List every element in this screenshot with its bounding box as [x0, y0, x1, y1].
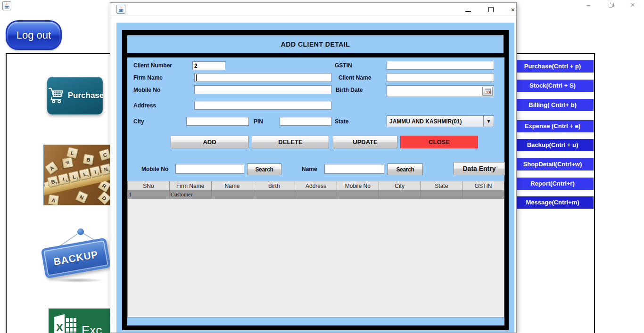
column-header[interactable]: City	[379, 181, 421, 191]
state-dropdown[interactable]: JAMMU AND KASHMIR(01) ▼	[387, 115, 494, 127]
logout-button[interactable]: Log out	[6, 20, 62, 50]
sidebar-item-backup[interactable]: Backup(Cntrl + u)	[512, 139, 594, 151]
search-name-label: Name	[302, 166, 317, 172]
client-number-label: Client Number	[133, 62, 172, 69]
add-client-detail-dialog: × ADD CLIENT DETAIL Client Number Firm N…	[110, 2, 517, 333]
pin-input[interactable]	[280, 117, 331, 126]
window-close-icon[interactable]: ×	[623, 0, 642, 10]
firm-name-label: Firm Name	[133, 74, 163, 81]
birth-date-input[interactable]	[387, 85, 494, 97]
search-mobile-input[interactable]	[175, 164, 244, 174]
calendar-picker-button[interactable]	[482, 87, 493, 96]
table-row-selected[interactable]: 1 Customer	[128, 191, 504, 199]
calendar-icon	[485, 89, 491, 94]
excel-export-image[interactable]: X Exc	[49, 309, 111, 333]
firm-name-input[interactable]	[194, 73, 331, 82]
screen: − × Log out Purchase A S L F B C R N D A	[0, 0, 644, 333]
city-label: City	[133, 118, 144, 125]
column-header[interactable]: State	[421, 181, 462, 191]
add-button[interactable]: ADD	[171, 136, 248, 148]
excel-icon: X	[49, 309, 81, 333]
column-header[interactable]: SNo	[128, 181, 170, 191]
pin-label: PIN	[254, 118, 263, 125]
backup-sign-label: BACKUP	[53, 249, 99, 268]
column-header[interactable]: Address	[295, 181, 337, 191]
client-name-input[interactable]	[387, 73, 494, 82]
sidebar-item-report[interactable]: Report(Cntrl+r)	[512, 178, 594, 190]
client-number-input[interactable]	[192, 61, 225, 70]
window-restore-icon[interactable]	[602, 0, 620, 10]
cell-name	[212, 191, 254, 199]
cell-sno: 1	[128, 191, 170, 199]
column-header[interactable]: Mobile No	[337, 181, 379, 191]
scrabble-tile: N	[75, 191, 89, 204]
excel-label: Exc	[82, 323, 102, 333]
sidebar-item-billing[interactable]: Billing( Cntrl+ b)	[512, 99, 594, 111]
cell-city	[379, 191, 421, 199]
backup-pin-icon	[77, 228, 84, 235]
svg-text:X: X	[56, 322, 63, 333]
cell-birth	[253, 191, 295, 199]
sidebar-item-shopdetail[interactable]: ShopDetail(Cntrl+w)	[512, 158, 594, 171]
search-name-input[interactable]	[324, 164, 384, 174]
scrabble-tile: L	[66, 147, 78, 159]
sidebar-item-purchase[interactable]: Purchase(Cntrl + p)	[512, 60, 594, 73]
dialog-maximize-icon[interactable]	[485, 5, 497, 14]
shopping-cart-icon	[46, 85, 66, 106]
search-mobile-label: Mobile No	[141, 166, 168, 172]
backup-sign-image[interactable]: BACKUP	[41, 225, 111, 288]
search-name-button[interactable]: Search	[388, 163, 423, 175]
table-header-row: SNo Firm Name Name Birth Address Mobile …	[128, 181, 504, 191]
window-minimize-icon[interactable]: −	[579, 0, 598, 10]
scrabble-tile: D	[98, 191, 111, 205]
column-header[interactable]: Birth	[253, 181, 295, 191]
birth-date-label: Birth Date	[336, 87, 363, 93]
purchase-image-label: Purchase	[68, 91, 104, 100]
dialog-title: ADD CLIENT DETAIL	[127, 35, 504, 53]
cell-state	[421, 191, 462, 199]
dialog-titlebar[interactable]: ×	[110, 3, 516, 16]
gstin-input[interactable]	[387, 61, 494, 70]
column-header[interactable]: Firm Name	[170, 181, 212, 191]
cell-gstin	[462, 191, 504, 199]
search-mobile-button[interactable]: Search	[247, 163, 281, 175]
purchase-image-button[interactable]: Purchase	[47, 77, 103, 114]
mobile-no-label: Mobile No	[133, 87, 160, 93]
cell-mobile	[337, 191, 379, 199]
gstin-label: GSTIN	[335, 62, 352, 69]
dialog-close-icon[interactable]: ×	[507, 5, 519, 14]
billing-scrabble-image[interactable]: A S L F B C R N D A B3 I1 L1 L1 I1 N1	[43, 145, 111, 205]
client-form-panel: Client Number Firm Name Mobile No Addres…	[127, 57, 504, 325]
cell-address	[295, 191, 337, 199]
dialog-minimize-icon[interactable]	[462, 5, 474, 14]
column-header[interactable]: GSTIN	[462, 181, 504, 191]
state-selected-value: JAMMU AND KASHMIR(01)	[387, 118, 483, 125]
close-button[interactable]: CLOSE	[400, 136, 478, 148]
delete-button[interactable]: DELETE	[252, 136, 329, 148]
update-button[interactable]: UPDATE	[333, 136, 397, 148]
text-caret	[196, 74, 197, 81]
data-entry-button[interactable]: Data Entry	[454, 162, 505, 175]
clients-table[interactable]: SNo Firm Name Name Birth Address Mobile …	[127, 181, 504, 317]
chevron-down-icon[interactable]: ▼	[483, 116, 494, 127]
scrabble-tile: A	[48, 195, 59, 205]
sidebar-item-message[interactable]: Message(Cntrl+m)	[512, 196, 594, 209]
scrabble-tile: N1	[100, 163, 111, 175]
app-java-icon	[2, 1, 11, 10]
cell-firm-name: Customer	[170, 191, 212, 199]
city-input[interactable]	[186, 117, 249, 126]
state-label: State	[335, 118, 348, 125]
address-input[interactable]	[194, 101, 331, 110]
sidebar-item-expense[interactable]: Expense (Cntrl + e)	[512, 120, 594, 132]
client-name-label: Client Name	[339, 74, 371, 81]
mobile-no-input[interactable]	[194, 85, 331, 94]
column-header[interactable]: Name	[212, 181, 254, 191]
address-label: Address	[133, 102, 156, 109]
dialog-java-icon	[116, 5, 125, 14]
sidebar-item-stock[interactable]: Stock(Cntrl + S)	[512, 80, 594, 92]
dialog-black-frame: ADD CLIENT DETAIL Client Number Firm Nam…	[122, 30, 509, 330]
dialog-blue-panel: ADD CLIENT DETAIL Client Number Firm Nam…	[116, 23, 514, 333]
